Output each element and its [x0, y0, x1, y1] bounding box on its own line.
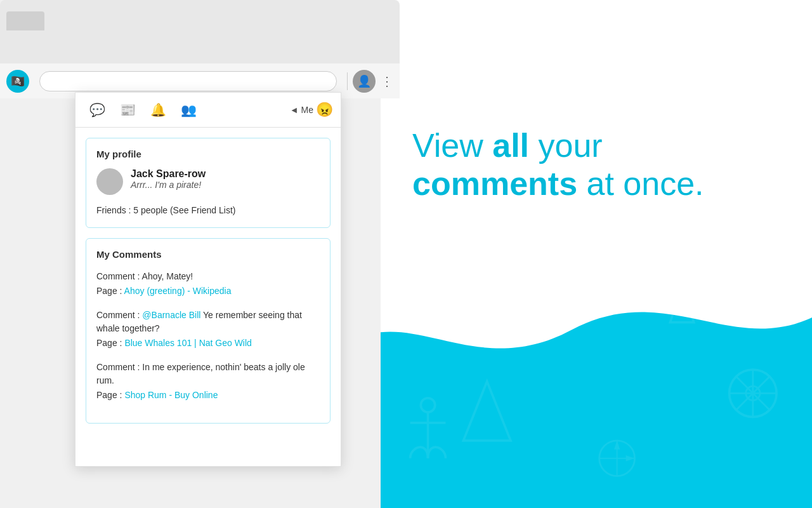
page-label-2: Page :: [96, 338, 122, 348]
headline-your: your: [529, 127, 603, 164]
profile-tagline: Arrr... I'm a pirate!: [131, 180, 206, 190]
page-link-1[interactable]: Ahoy (greeting) - Wikipedia: [124, 286, 232, 296]
comment-mention-link[interactable]: @Barnacle Bill: [142, 310, 200, 320]
news-tab-icon[interactable]: 📰: [114, 96, 141, 124]
headline-view: View: [412, 127, 492, 164]
svg-marker-2: [670, 287, 693, 323]
popup-toolbar: 💬 📰 🔔 👥 ◄ Me 😠: [75, 93, 341, 128]
nautical-icons-overlay: [381, 267, 812, 508]
comment-page-1: Page : Ahoy (greeting) - Wikipedia: [96, 286, 320, 296]
bell-tab-icon[interactable]: 🔔: [144, 96, 172, 124]
bell-icon-symbol: 🔔: [150, 102, 166, 117]
svg-marker-12: [463, 382, 511, 441]
svg-rect-0: [709, 286, 736, 323]
user-icon[interactable]: 👤: [353, 70, 376, 93]
comments-title: My Comments: [96, 249, 320, 260]
news-icon-symbol: 📰: [120, 102, 136, 117]
browser-chrome: 🏴‍☠️ 👤 ⋮: [0, 0, 400, 98]
comment-page-3: Page : Shop Rum - Buy Online: [96, 390, 320, 400]
popup-content[interactable]: My profile Jack Spare-row Arrr... I'm a …: [75, 128, 341, 466]
me-label: Me: [301, 105, 313, 115]
comment-page-2: Page : Blue Whales 101 | Nat Geo Wild: [96, 338, 320, 348]
speaker-icon: ◄: [290, 105, 299, 115]
browser-menu-button[interactable]: ⋮: [381, 74, 393, 89]
comment-text-1: Comment : Ahoy, Matey!: [96, 270, 320, 283]
address-bar[interactable]: [39, 71, 337, 91]
headline-comments-bold: comments: [412, 165, 577, 202]
people-icon-symbol: 👥: [181, 102, 197, 117]
svg-point-9: [421, 398, 435, 412]
extension-icon-emoji: 🏴‍☠️: [11, 74, 25, 88]
page-label-1: Page :: [96, 286, 122, 296]
page-link-3[interactable]: Shop Rum - Buy Online: [124, 390, 218, 400]
me-section[interactable]: ◄ Me 😠: [290, 102, 333, 118]
browser-tab[interactable]: [6, 11, 44, 30]
comments-card: My Comments Comment : Ahoy, Matey! Page …: [86, 238, 331, 424]
headline-at-once: at once.: [577, 165, 704, 202]
comment-text-3: Comment : In me experience, nothin' beat…: [96, 361, 320, 387]
profile-card: My profile Jack Spare-row Arrr... I'm a …: [86, 138, 331, 228]
people-tab-icon[interactable]: 👥: [174, 96, 202, 124]
chat-tab-icon[interactable]: 💬: [83, 96, 111, 124]
comment-block-2: Comment : @Barnacle Bill Ye remember see…: [96, 309, 320, 348]
headline-all-bold: all: [492, 127, 529, 164]
page-label-3: Page :: [96, 390, 122, 400]
comment-content-1: Ahoy, Matey!: [142, 271, 193, 281]
profile-title: My profile: [96, 149, 320, 159]
comment-text-2: Comment : @Barnacle Bill Ye remember see…: [96, 309, 320, 335]
avatar: [96, 168, 123, 195]
profile-name: Jack Spare-row: [131, 168, 206, 180]
comment-label-3: Comment :: [96, 362, 140, 372]
user-icon-symbol: 👤: [357, 74, 371, 88]
comment-label-2: Comment :: [96, 310, 140, 320]
page-link-2[interactable]: Blue Whales 101 | Nat Geo Wild: [124, 338, 252, 348]
profile-user-row: Jack Spare-row Arrr... I'm a pirate!: [96, 168, 320, 195]
me-emoji: 😠: [316, 102, 333, 118]
marketing-area: View all your comments at once.: [381, 0, 812, 508]
extension-icon[interactable]: 🏴‍☠️: [6, 70, 29, 93]
svg-marker-17: [626, 455, 635, 461]
extension-popup: 💬 📰 🔔 👥 ◄ Me 😠 My profile Jack Spare-row…: [75, 92, 341, 467]
comment-block-1: Comment : Ahoy, Matey! Page : Ahoy (gree…: [96, 270, 320, 296]
comment-block-3: Comment : In me experience, nothin' beat…: [96, 361, 320, 400]
friends-text: Friends : 5 people (See Friend List): [96, 205, 235, 215]
chat-icon-symbol: 💬: [89, 102, 105, 117]
svg-marker-16: [614, 441, 620, 450]
profile-friends: Friends : 5 people (See Friend List): [96, 204, 320, 217]
toolbar-divider: [347, 72, 348, 90]
comment-label-1: Comment :: [96, 271, 140, 281]
marketing-headline: View all your comments at once.: [412, 127, 793, 203]
